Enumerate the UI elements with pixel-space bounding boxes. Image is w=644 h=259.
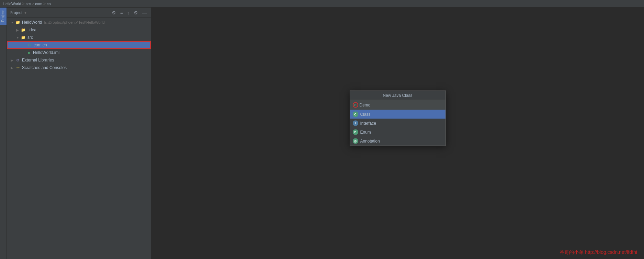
project-tree: ▾ 📁 HelloWorld E:\Dropbox\phoenix\Test\H… (7, 18, 151, 259)
enum-option-label: Enum (360, 130, 371, 135)
tree-item-external-libs[interactable]: ▶ ⚙ External Libraries (7, 56, 151, 64)
tree-item-scratches[interactable]: ▶ ✏ Scratches and Consoles (7, 64, 151, 71)
title-src: src (26, 2, 31, 6)
dialog-icon-letter: C (354, 103, 357, 107)
package-com-cn-icon: C (27, 42, 32, 48)
interface-option-label: Interface (360, 121, 376, 126)
project-tab[interactable]: Project (0, 8, 7, 25)
tree-label-helloworld: HelloWorld (22, 20, 42, 25)
title-project: HelloWorld (3, 2, 21, 6)
tree-item-com-cn[interactable]: C com.cn (7, 41, 151, 49)
tree-label-idea: .idea (27, 27, 36, 32)
iml-icon: ■ (26, 50, 32, 55)
toolbar-settings-icon[interactable]: ⚙ (111, 9, 117, 16)
toolbar-minimize-icon[interactable]: — (141, 9, 148, 16)
title-sep3: > (43, 1, 46, 6)
dialog-option-annotation[interactable]: @ Annotation (350, 137, 445, 146)
dialog-container: New Java Class C C Class I Interface (350, 91, 446, 146)
title-sep1: > (22, 1, 25, 6)
dialog-input-row[interactable]: C (350, 100, 445, 110)
tree-label-com-cn: com.cn (34, 43, 47, 47)
tree-label-scratches: Scratches and Consoles (22, 65, 67, 70)
folder-src-icon: 📁 (21, 35, 26, 40)
tree-item-idea[interactable]: ▶ 📁 .idea (7, 26, 151, 34)
dialog-class-name-input[interactable] (360, 103, 443, 108)
interface-option-icon: I (353, 121, 358, 126)
class-option-label: Class (360, 112, 371, 117)
tree-label-external-libs: External Libraries (22, 58, 54, 63)
title-bar: HelloWorld > src > com > cn (0, 0, 644, 8)
lib-icon: ⚙ (15, 57, 21, 63)
tree-label-src: src (27, 35, 33, 40)
content-area: Search Everywhere Double Shift Go to Fil… (151, 8, 644, 259)
dialog-option-interface[interactable]: I Interface (350, 119, 445, 128)
title-com: com (35, 2, 42, 6)
left-tab-bar: Project (0, 8, 7, 259)
toolbar-collapse-icon[interactable]: ↕ (126, 9, 131, 16)
sidebar-toolbar: Project ▾ ⚙ ≡ ↕ ⚙ — (7, 8, 151, 18)
expand-scratches: ▶ (10, 66, 14, 70)
tree-item-helloworld-iml[interactable]: ■ HelloWorld.iml (7, 49, 151, 56)
watermark: 谷哥的小弟 http://blog.csdn.net/lfdfhi (560, 249, 637, 256)
enum-option-icon: E (353, 130, 358, 135)
expand-helloworld: ▾ (10, 21, 14, 24)
toolbar-list-icon[interactable]: ≡ (119, 9, 124, 16)
sidebar: Project ▾ ⚙ ≡ ↕ ⚙ — ▾ 📁 HelloWorld E:\Dr… (7, 8, 151, 259)
tree-item-helloworld[interactable]: ▾ 📁 HelloWorld E:\Dropbox\phoenix\Test\H… (7, 19, 151, 26)
new-java-class-dialog: New Java Class C C Class I Interface (350, 91, 446, 146)
annotation-option-label: Annotation (360, 139, 380, 144)
tree-item-src[interactable]: ▾ 📁 src (7, 34, 151, 41)
folder-helloworld-icon: 📁 (15, 20, 21, 25)
title-sep2: > (32, 1, 34, 6)
expand-idea: ▶ (15, 28, 20, 32)
dialog-title: New Java Class (350, 91, 445, 100)
tree-label-iml: HelloWorld.iml (33, 50, 59, 55)
dialog-option-class[interactable]: C Class (350, 110, 445, 119)
title-cn: cn (47, 2, 51, 6)
scratch-icon: ✏ (15, 65, 21, 70)
sidebar-title: Project ▾ (10, 10, 109, 15)
toolbar-gear-icon[interactable]: ⚙ (133, 9, 139, 16)
dialog-input-class-icon: C (353, 102, 358, 108)
annotation-option-icon: @ (353, 138, 358, 144)
dialog-option-enum[interactable]: E Enum (350, 128, 445, 137)
tree-path-helloworld: E:\Dropbox\phoenix\Test\HelloWorld (44, 20, 105, 24)
expand-external-libs: ▶ (10, 58, 14, 62)
folder-idea-icon: 📁 (21, 27, 26, 33)
main-layout: Project Project ▾ ⚙ ≡ ↕ ⚙ — ▾ 📁 HelloWor… (0, 8, 644, 259)
expand-src: ▾ (15, 36, 20, 40)
class-option-icon: C (353, 112, 358, 117)
